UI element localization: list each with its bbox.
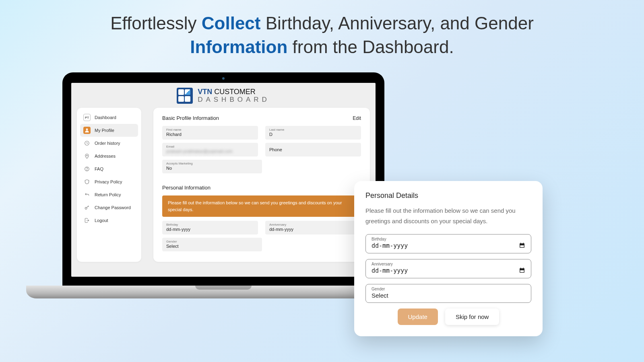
field-value: dd-mm-yyyy <box>269 227 357 232</box>
edit-link[interactable]: Edit <box>353 115 361 121</box>
brand-customer: CUSTOMER <box>212 88 256 96</box>
app-header: VTN CUSTOMER DASHBOARD <box>71 83 376 108</box>
laptop-bezel: VTN CUSTOMER DASHBOARD PT Dashboard M <box>62 72 384 286</box>
brand-text: VTN CUSTOMER DASHBOARD <box>198 88 270 103</box>
key-icon <box>83 204 91 211</box>
hero-emph-information: Information <box>190 37 287 57</box>
anniversary-field[interactable]: Anniversary dd-mm-yyyy <box>265 221 361 234</box>
field-label: Email <box>166 145 254 148</box>
field-value: dd-mm-yyyy <box>372 267 408 274</box>
sidebar-item-label: Return Policy <box>95 192 121 197</box>
svg-rect-7 <box>520 243 524 245</box>
field-label: Anniversary <box>269 223 357 226</box>
sidebar-item-label: Order history <box>95 141 120 146</box>
svg-point-2 <box>87 155 87 156</box>
personal-details-popup: Personal Details Please fill out the inf… <box>354 181 543 336</box>
personal-info-header: Personal Information Ed <box>162 185 361 191</box>
hero-headline: Effortlessly Collect Birthday, Anniversa… <box>0 0 644 59</box>
app-body: PT Dashboard My Profile Order history <box>71 108 376 262</box>
sidebar: PT Dashboard My Profile Order history <box>77 108 141 262</box>
svg-rect-14 <box>523 267 524 269</box>
pin-icon <box>83 152 91 160</box>
field-label: Anniversary <box>372 262 525 266</box>
calendar-icon[interactable] <box>519 267 525 274</box>
field-value: D <box>269 132 357 137</box>
svg-point-0 <box>86 128 88 130</box>
field-value: Select <box>166 244 258 249</box>
svg-rect-9 <box>523 243 524 244</box>
hero-text: Effortlessly <box>110 13 202 33</box>
popup-anniversary-input[interactable]: Anniversary dd-mm-yyyy <box>365 259 531 278</box>
question-icon <box>83 165 91 173</box>
svg-rect-12 <box>520 268 524 269</box>
section-title: Basic Profile Information <box>162 115 219 121</box>
sidebar-item-label: Addresses <box>95 154 116 158</box>
gender-field[interactable]: Gender Select <box>162 238 262 251</box>
brand-logo-icon <box>177 88 193 104</box>
sidebar-item-label: My Profile <box>95 128 114 133</box>
sidebar-item-logout[interactable]: Logout <box>80 214 138 227</box>
field-value: dd-mm-yyyy <box>166 227 254 232</box>
camera-dot <box>222 77 225 80</box>
brand-line1: VTN CUSTOMER <box>198 88 270 96</box>
sidebar-item-label: Dashboard <box>95 115 116 120</box>
sidebar-item-label: Logout <box>95 218 108 223</box>
main-content: Basic Profile Information Edit First nam… <box>153 108 370 262</box>
field-value: dd-mm-yyyy <box>372 242 408 249</box>
field-label: Birthday <box>166 223 254 226</box>
sidebar-item-my-profile[interactable]: My Profile <box>80 124 138 137</box>
avatar-initials-icon: PT <box>83 114 91 121</box>
logout-icon <box>83 217 91 224</box>
return-icon <box>83 191 91 198</box>
field-value: No <box>166 166 258 171</box>
svg-rect-15 <box>520 270 524 272</box>
sidebar-item-faq[interactable]: FAQ <box>80 162 138 175</box>
field-value: Richard <box>166 132 254 137</box>
svg-rect-10 <box>520 245 524 247</box>
sidebar-item-dashboard[interactable]: PT Dashboard <box>80 111 138 124</box>
accepts-marketing-field[interactable]: Accepts Marketing No <box>162 160 262 173</box>
svg-point-5 <box>85 207 87 209</box>
sidebar-item-label: FAQ <box>95 167 103 171</box>
last-name-field[interactable]: Last name D <box>265 126 361 140</box>
svg-rect-8 <box>520 243 521 244</box>
hero-text: from the Dashboard. <box>287 37 454 57</box>
info-banner: Please fill out the information below so… <box>162 195 361 217</box>
popup-title: Personal Details <box>365 191 531 200</box>
sidebar-item-return-policy[interactable]: Return Policy <box>80 188 138 201</box>
field-label: Last name <box>269 128 357 132</box>
skip-button[interactable]: Skip for now <box>445 309 500 325</box>
phone-field[interactable]: Phone <box>265 143 361 156</box>
birthday-field[interactable]: Birthday dd-mm-yyyy <box>162 221 258 234</box>
sidebar-item-change-password[interactable]: Change Password <box>80 201 138 214</box>
email-field[interactable]: Email prakash.prabhakar@yopmail.com <box>162 143 258 156</box>
popup-description: Please fill out the information below so… <box>365 206 531 227</box>
field-label: Gender <box>372 287 525 291</box>
popup-birthday-input[interactable]: Birthday dd-mm-yyyy <box>365 234 531 253</box>
brand-vtn: VTN <box>198 88 212 96</box>
svg-point-4 <box>87 170 87 170</box>
sidebar-item-label: Change Password <box>95 205 131 210</box>
update-button[interactable]: Update <box>398 309 438 325</box>
sidebar-item-order-history[interactable]: Order history <box>80 137 138 150</box>
field-label: First name <box>166 128 254 132</box>
brand-line2: DASHBOARD <box>198 96 270 104</box>
first-name-field[interactable]: First name Richard <box>162 126 258 140</box>
calendar-icon[interactable] <box>519 242 525 249</box>
section-title: Personal Information <box>162 185 211 191</box>
basic-profile-header: Basic Profile Information Edit <box>162 115 361 121</box>
hero-emph-collect: Collect <box>202 13 261 33</box>
field-value: prakash.prabhakar@yopmail.com <box>166 149 254 154</box>
sidebar-item-privacy-policy[interactable]: Privacy Policy <box>80 175 138 188</box>
field-label: Gender <box>166 240 258 243</box>
popup-actions: Update Skip for now <box>365 309 531 325</box>
popup-gender-select[interactable]: Gender Select <box>365 284 531 303</box>
laptop-screen: VTN CUSTOMER DASHBOARD PT Dashboard M <box>71 83 376 277</box>
sidebar-item-label: Privacy Policy <box>95 179 122 184</box>
sidebar-item-addresses[interactable]: Addresses <box>80 150 138 162</box>
shield-icon <box>83 178 91 185</box>
history-icon <box>83 140 91 147</box>
svg-rect-13 <box>520 267 521 269</box>
field-label: Accepts Marketing <box>166 162 258 165</box>
hero-title: Effortlessly Collect Birthday, Anniversa… <box>0 11 644 59</box>
